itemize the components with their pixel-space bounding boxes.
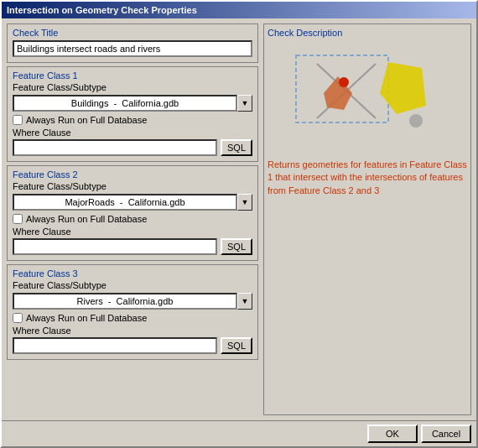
check-title-label: Check Title: [13, 28, 252, 38]
feature-class-3-title: Feature Class 3: [13, 268, 252, 279]
cancel-button[interactable]: Cancel: [421, 425, 471, 443]
feature-class-1-checkbox-row: Always Run on Full Database: [13, 115, 252, 125]
feature-class-1-title: Feature Class 1: [13, 70, 252, 81]
feature-class-3-checkbox[interactable]: [13, 313, 23, 323]
feature-class-2-checkbox-row: Always Run on Full Database: [13, 214, 252, 224]
feature-class-3-where-row: SQL: [13, 337, 252, 354]
feature-class-1-checkbox[interactable]: [13, 115, 23, 125]
right-panel: Check Description: [263, 23, 471, 415]
feature-class-2-dropdown-container: ▼: [13, 194, 252, 211]
feature-class-1-sql-btn[interactable]: SQL: [221, 139, 252, 156]
feature-class-1-where-label: Where Clause: [13, 128, 252, 138]
check-title-input[interactable]: [13, 40, 252, 57]
feature-class-3-checkbox-label: Always Run on Full Database: [26, 313, 147, 323]
feature-class-1-where-row: SQL: [13, 139, 252, 156]
feature-class-1-where-input[interactable]: [13, 139, 217, 156]
feature-class-1-dropdown-input[interactable]: [13, 95, 237, 112]
feature-class-2-where-row: SQL: [13, 238, 252, 255]
feature-class-1-checkbox-label: Always Run on Full Database: [26, 115, 147, 125]
ok-button[interactable]: OK: [367, 425, 418, 443]
feature-class-3-where-label: Where Clause: [13, 326, 252, 336]
feature-class-3-dropdown-input[interactable]: [13, 293, 237, 310]
check-description-label: Check Description: [268, 28, 467, 38]
diagram-area: [268, 43, 467, 152]
svg-point-6: [409, 114, 423, 128]
feature-class-2-section: Feature Class 2 Feature Class/Subtype ▼ …: [7, 165, 258, 261]
feature-class-3-dropdown-btn[interactable]: ▼: [237, 293, 252, 310]
feature-class-3-dropdown-container: ▼: [13, 293, 252, 310]
window-title: Intersection on Geometry Check Propertie…: [7, 5, 197, 15]
feature-class-3-section: Feature Class 3 Feature Class/Subtype ▼ …: [7, 264, 258, 360]
check-title-section: Check Title: [7, 23, 258, 63]
title-bar: Intersection on Geometry Check Propertie…: [2, 2, 476, 18]
feature-class-2-title: Feature Class 2: [13, 169, 252, 180]
feature-class-2-where-input[interactable]: [13, 238, 217, 255]
dialog-body: Check Title Feature Class 1 Feature Clas…: [2, 18, 476, 420]
feature-class-1-subtype-label: Feature Class/Subtype: [13, 82, 252, 92]
feature-class-1-section: Feature Class 1 Feature Class/Subtype ▼ …: [7, 66, 258, 162]
feature-class-3-where-input[interactable]: [13, 337, 217, 354]
feature-class-2-dropdown-input[interactable]: [13, 194, 237, 211]
scrollable-content[interactable]: Check Title Feature Class 1 Feature Clas…: [7, 23, 258, 415]
dialog-window: Intersection on Geometry Check Propertie…: [0, 0, 478, 448]
check-description-text: Returns geometries for features in Featu…: [268, 159, 467, 197]
left-panel: Check Title Feature Class 1 Feature Clas…: [7, 23, 258, 415]
feature-class-3-subtype-label: Feature Class/Subtype: [13, 280, 252, 290]
feature-class-2-where-label: Where Clause: [13, 227, 252, 237]
feature-class-3-sql-btn[interactable]: SQL: [221, 337, 252, 354]
feature-class-1-dropdown-container: ▼: [13, 95, 252, 112]
svg-marker-5: [380, 62, 426, 114]
feature-class-1-dropdown-btn[interactable]: ▼: [237, 95, 252, 112]
feature-class-2-subtype-label: Feature Class/Subtype: [13, 181, 252, 191]
feature-class-3-checkbox-row: Always Run on Full Database: [13, 313, 252, 323]
feature-class-2-checkbox[interactable]: [13, 214, 23, 224]
svg-point-4: [339, 77, 349, 87]
feature-class-2-dropdown-btn[interactable]: ▼: [237, 194, 252, 211]
feature-class-2-sql-btn[interactable]: SQL: [221, 238, 252, 255]
bottom-buttons: OK Cancel: [2, 420, 476, 446]
feature-class-2-checkbox-label: Always Run on Full Database: [26, 214, 147, 224]
intersection-diagram: [292, 47, 443, 148]
